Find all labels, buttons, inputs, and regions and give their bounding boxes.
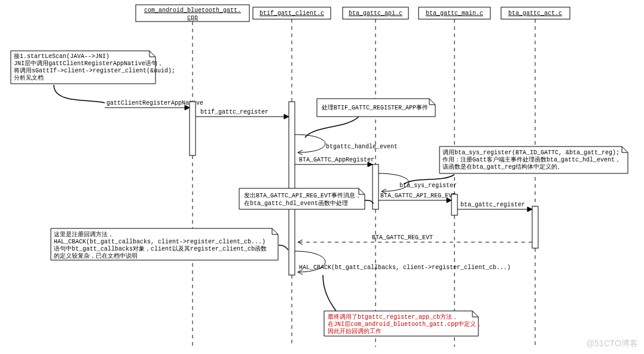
- svg-text:最终调用了btgattc_register_app_cb方法: 最终调用了btgattc_register_app_cb方法，: [328, 313, 458, 321]
- note-jni-startlescan: 接1.startLeScan(JAVA-->JNI) JNI层中调用gattCl…: [11, 51, 175, 103]
- svg-text:的定义较复杂，已在文档中说明: 的定义较复杂，已在文档中说明: [54, 252, 138, 260]
- svg-text:bta_gattc_main.c: bta_gattc_main.c: [426, 10, 483, 17]
- msg-gattClientRegisterAppNative: gattClientRegisterAppNative: [105, 100, 203, 110]
- msg-btif-gattc-register: btif_gattc_register: [196, 109, 289, 119]
- activation-l2: [373, 164, 379, 209]
- svg-text:接1.startLeScan(JAVA-->JNI): 接1.startLeScan(JAVA-->JNI): [14, 53, 109, 60]
- svg-text:作用：注册Gatt客户端主事件处理函数bta_gattc_h: 作用：注册Gatt客户端主事件处理函数bta_gattc_hdl_event，: [442, 156, 621, 163]
- msg-bta-gattc-reg-evt-return: BTA_GATTC_REG_EVT: [298, 234, 532, 245]
- svg-text:BTA_GATTC_AppRegister: BTA_GATTC_AppRegister: [299, 157, 374, 163]
- activation-l0: [190, 102, 196, 155]
- svg-text:该函数是在bta_gatt_reg结构体中定义的。: 该函数是在bta_gatt_reg结构体中定义的。: [442, 163, 563, 170]
- svg-text:HAL_CBACK(bt_gatt_callbacks, c: HAL_CBACK(bt_gatt_callbacks, client->reg…: [54, 239, 265, 245]
- svg-marker-46: [527, 207, 532, 212]
- msg-btgattc-handle-event: btgattc_handle_event: [295, 135, 398, 155]
- watermark: @51CTO博客: [586, 338, 638, 349]
- note-bta-sys-register: 调用bta_sys_register(BTA_ID_GATTC, &bta_ga…: [404, 147, 628, 184]
- svg-text:com_android_bluetooth_gatt.: com_android_bluetooth_gatt.: [144, 7, 241, 14]
- svg-text:在JNI层com_android_bluetooth_gat: 在JNI层com_android_bluetooth_gatt.cpp中定义，: [328, 321, 482, 328]
- svg-text:HAL_CBACK(bt_gatt_callbacks, c: HAL_CBACK(bt_gatt_callbacks, client->reg…: [299, 264, 511, 271]
- note-btif-register-app-evt: 处理BTIF_GATTC_REGISTER_APP事件: [305, 99, 435, 138]
- msg-bta-gattc-register: bta_gattc_register: [457, 202, 532, 212]
- svg-marker-29: [284, 114, 289, 119]
- msg-hal-cback: HAL_CBACK(bt_gatt_callbacks, client->reg…: [295, 251, 511, 274]
- svg-text:BTA_GATTC_API_REG_EVT: BTA_GATTC_API_REG_EVT: [380, 193, 456, 199]
- lifeline-bta-gattc-act: bta_gattc_act.c: [501, 7, 570, 347]
- sequence-diagram: com_android_bluetooth_gatt. cpp btif_gat…: [0, 0, 644, 354]
- svg-text:分析见文档: 分析见文档: [14, 74, 44, 81]
- svg-text:btif_gattc_register: btif_gattc_register: [200, 109, 268, 115]
- note-hal-cback-definition: 这里是注册回调方法， HAL_CBACK(bt_gatt_callbacks, …: [51, 228, 288, 260]
- svg-text:在bta_gattc_hdl_event函数中处理: 在bta_gattc_hdl_event函数中处理: [244, 200, 348, 207]
- svg-text:bta_sys_register: bta_sys_register: [399, 182, 457, 189]
- lifeline-bta-gattc-main: bta_gattc_main.c: [419, 7, 490, 347]
- note-api-reg-evt: 发出BTA_GATTC_API_REG_EVT事件消息， 在bta_gattc_…: [239, 188, 374, 209]
- svg-text:因此开始回调的工作: 因此开始回调的工作: [328, 328, 381, 335]
- svg-text:btgattc_handle_event: btgattc_handle_event: [326, 144, 398, 150]
- activation-l3: [451, 194, 457, 215]
- msg-bta-gattc-appregister: BTA_GATTC_AppRegister: [295, 157, 374, 167]
- note-final-callback: 最终调用了btgattc_register_app_cb方法， 在JNI层com…: [323, 275, 482, 336]
- svg-text:btif_gatt_client.c: btif_gatt_client.c: [260, 10, 324, 17]
- svg-text:调用bta_sys_register(BTA_ID_GATT: 调用bta_sys_register(BTA_ID_GATTC, &bta_ga…: [442, 149, 619, 156]
- svg-text:BTA_GATTC_REG_EVT: BTA_GATTC_REG_EVT: [372, 234, 433, 241]
- lifeline-label: com_android_bluetooth_gatt.: [144, 7, 241, 14]
- svg-text:JNI层中调用gattClientRegisterAppNa: JNI层中调用gattClientRegisterAppNative语句，: [14, 60, 163, 67]
- svg-text:bta_gattc_register: bta_gattc_register: [460, 202, 525, 208]
- msg-api-reg-evt: BTA_GATTC_API_REG_EVT: [379, 193, 456, 203]
- svg-text:语句中bt_gatt_callbacks对象，client以: 语句中bt_gatt_callbacks对象，client以及其register…: [54, 245, 267, 252]
- svg-text:这里是注册回调方法，: 这里是注册回调方法，: [54, 231, 114, 238]
- svg-text:发出BTA_GATTC_API_REG_EVT事件消息，: 发出BTA_GATTC_API_REG_EVT事件消息，: [244, 192, 361, 199]
- svg-text:gattClientRegisterAppNative: gattClientRegisterAppNative: [106, 100, 203, 106]
- activation-l4: [532, 206, 538, 248]
- svg-text:bta_gattc_api.c: bta_gattc_api.c: [349, 10, 402, 17]
- svg-text:处理BTIF_GATTC_REGISTER_APP事件: 处理BTIF_GATTC_REGISTER_APP事件: [322, 104, 428, 111]
- msg-bta-sys-register: bta_sys_register: [379, 173, 457, 194]
- svg-text:bta_gattc_act.c: bta_gattc_act.c: [508, 10, 562, 17]
- svg-text:将调用sGattIf->client->register_c: 将调用sGattIf->client->register_client(&uui…: [13, 67, 175, 74]
- svg-text:cpp: cpp: [187, 14, 198, 21]
